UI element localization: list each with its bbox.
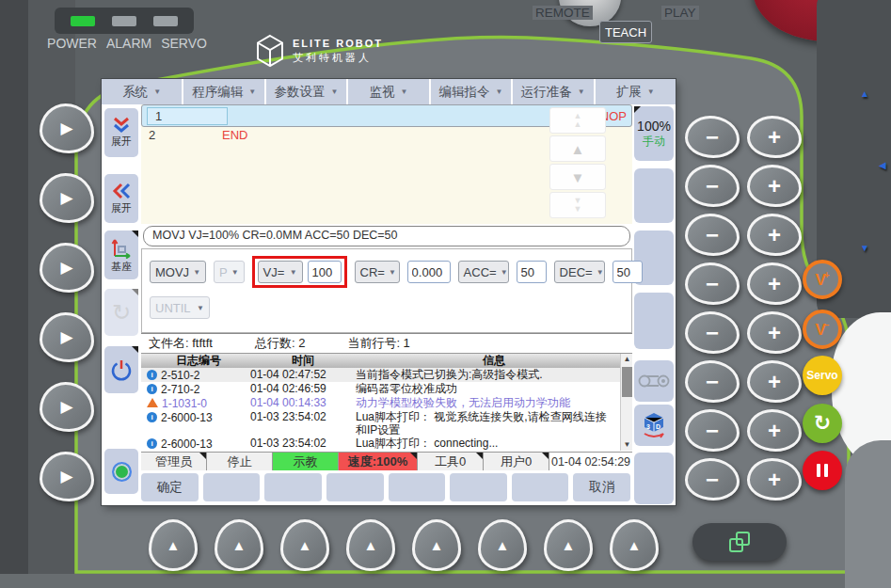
dec-value-input[interactable] [613,261,643,283]
bottom-function-button-5[interactable]: ▲ [412,519,461,571]
bottom-function-button-1[interactable]: ▲ [149,519,198,571]
log-row[interactable]: i2-710-2 01-04 02:46:59 编码器零位校准成功 [141,382,632,396]
status-bar: 管理员 停止 示教 速度:100% 工具0 用户0 01-04 02:54:29 [141,452,632,470]
nav-left-icon[interactable]: ◀ [879,160,886,170]
plus-icon: + [768,124,781,151]
log-header: 日志编号 时间 信息 [141,354,632,368]
softkey-blank-7[interactable] [512,473,569,501]
scroll-page-up-button[interactable]: ▲▲ [549,107,606,134]
bottom-function-button-4[interactable]: ▲ [346,519,395,571]
menu-tab-program-edit[interactable]: 程序编辑▼ [183,79,263,104]
right-strip-button-4[interactable] [634,293,674,349]
start-button[interactable]: ↻ [803,404,842,443]
pause-button[interactable] [803,451,842,490]
bottom-function-button-7[interactable]: ▲ [544,519,593,571]
menu-tab-label: 运行准备 [521,84,572,101]
speed-up-button[interactable]: V+ [803,260,842,299]
right-strip-button-2[interactable] [634,168,674,223]
acc-value-input[interactable] [517,261,547,283]
acc-label: ACC= [464,265,497,279]
log-row[interactable]: i2-6000-13 01-03 23:54:02 Lua脚本打印： conne… [141,437,632,451]
log-row[interactable]: 1-1031-0 01-04 00:14:33 动力学模型校验失败，无法启用动力… [141,396,632,410]
servo-button[interactable]: Servo [803,356,842,395]
status-clock: 01-04 02:54:29 [549,453,632,470]
log-time: 01-04 02:46:59 [250,382,356,396]
log-row[interactable]: i2-510-2 01-04 02:47:52 当前指令模式已切换为:高级指令模… [141,368,632,382]
vj-value-input[interactable] [308,261,342,283]
log-message: 编码器零位校准成功 [356,382,632,396]
right-arrow-icon: ▶ [60,258,72,278]
menu-tab-extension[interactable]: 扩展▼ [596,79,676,104]
scrollbar-thumb[interactable] [622,367,632,397]
scrollbar-up-icon[interactable]: ▲ [621,354,632,365]
status-user-role[interactable]: 管理员 [141,453,207,470]
scroll-page-down-button[interactable]: ▼▼ [549,192,606,218]
chevron-down-icon: ▼ [495,87,502,96]
expand-left-button[interactable]: 展开 [104,174,138,223]
nav-down-icon[interactable]: ▼ [860,243,869,253]
cycle-mode-button[interactable]: ↻ [104,289,138,336]
speed-value: 100% [637,119,671,134]
status-speed-badge[interactable]: 速度:100% [339,453,418,470]
line-number: 2 [141,127,222,143]
vj-highlight-box: VJ=▼ [252,256,347,288]
chevron-down-icon: ▼ [401,87,408,96]
bottom-function-button-6[interactable]: ▲ [478,519,527,571]
until-select[interactable]: UNTIL▼ [150,296,210,319]
vj-select[interactable]: VJ=▼ [258,261,303,283]
cr-select[interactable]: CR=▼ [355,261,400,283]
power-button[interactable] [104,346,138,393]
nav-up-icon[interactable]: ▲ [860,88,869,99]
right-icon-strip: 100% 手动 3 D [632,104,676,505]
softkey-blank-5[interactable] [389,473,446,501]
acc-select[interactable]: ACC=▼ [458,261,509,283]
view-3d-button[interactable]: 3 D [634,405,674,446]
up-arrow-icon: ▲ [430,537,444,553]
scroll-up-button[interactable]: ▲ [549,135,606,162]
menu-tab-monitor[interactable]: 监视▼ [348,79,428,104]
cancel-button[interactable]: 取消 [573,473,630,501]
run-indicator-button[interactable] [104,449,138,494]
page-switch-button[interactable] [692,523,787,561]
menu-tab-edit-instruction[interactable]: 编辑指令▼ [431,79,511,104]
log-time: 01-03 23:54:02 [250,437,356,451]
command-preview-field[interactable]: MOVJ VJ=100% CR=0.0MM ACC=50 DEC=50 [143,226,630,246]
svg-text:D: D [656,423,660,430]
mode-label-remote: REMOTE [533,6,593,20]
softkey-blank-3[interactable] [264,473,322,501]
menu-tab-system[interactable]: 系统▼ [102,79,182,104]
speed-down-button[interactable]: V− [803,310,842,349]
servo-led [153,16,178,26]
main-panel: 1 NOP 2 END ▲▲ ▲ ▼ ▼▼ MOVJ VJ=100% CR=0.… [141,104,632,505]
status-user-frame[interactable]: 用户0 [484,453,549,470]
right-strip-button-7[interactable] [634,453,674,504]
speed-mode-button[interactable]: 100% 手动 [634,106,674,161]
softkey-blank-4[interactable] [326,473,384,501]
softkey-blank-6[interactable] [450,473,507,501]
bottom-function-button-2[interactable]: ▲ [215,519,263,571]
softkey-blank-2[interactable] [203,473,261,501]
coordinate-base-button[interactable]: 基座 [104,230,138,279]
scroll-down-button[interactable]: ▼ [549,164,606,190]
joystick-button[interactable] [634,360,674,402]
chevron-down-icon: ▼ [647,87,655,96]
motion-type-select[interactable]: MOVJ▼ [150,261,206,283]
right-arrow-icon: ▶ [60,119,72,138]
scrollbar-down-icon[interactable]: ▼ [621,439,632,451]
expand-down-button[interactable]: 展开 [104,108,138,157]
bottom-function-button-3[interactable]: ▲ [280,519,329,571]
servo-button-label: Servo [806,369,837,382]
plus-icon: + [768,467,781,493]
bottom-function-button-8[interactable]: ▲ [610,519,659,571]
brand-logo: ELITE ROBOT 艾利特机器人 [256,34,383,68]
point-select[interactable]: P▼ [214,261,245,283]
dec-select[interactable]: DEC=▼ [554,261,605,283]
minus-icon: − [706,271,719,297]
status-tool-frame[interactable]: 工具0 [418,453,484,470]
cr-value-input[interactable] [407,261,451,283]
log-row[interactable]: i2-6000-13 01-03 23:54:02 Lua脚本打印： 视觉系统连… [141,410,632,437]
confirm-button[interactable]: 确定 [141,473,199,501]
menu-tab-parameter[interactable]: 参数设置▼ [266,79,346,104]
menu-tab-run-prepare[interactable]: 运行准备▼ [513,79,593,104]
instruction-editor: MOVJ▼ P▼ VJ=▼ CR=▼ ACC=▼ DEC=▼ UNTIL▼ [141,248,632,333]
